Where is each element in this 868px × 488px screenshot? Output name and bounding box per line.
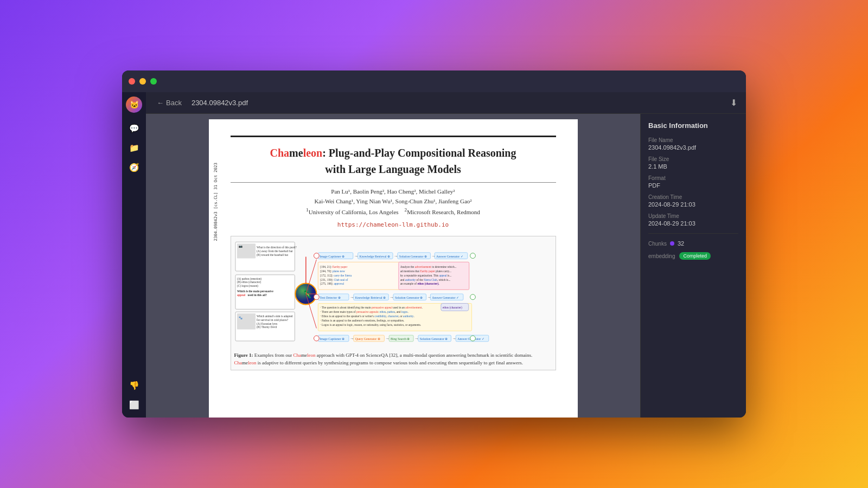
- folder-icon[interactable]: 📁: [126, 140, 142, 156]
- feedback-icon[interactable]: 👎: [126, 377, 142, 394]
- download-icon[interactable]: ⬇: [728, 95, 739, 110]
- svg-text:used in this ad?: used in this ad?: [247, 293, 267, 297]
- avatar[interactable]: 🐱: [126, 97, 142, 113]
- paper-subtitle: with Large Language Models: [231, 163, 556, 176]
- chat-icon[interactable]: 💬: [126, 120, 142, 137]
- sidebar: 🐱 💬 📁 🧭 👎 ⬜: [122, 92, 146, 418]
- top-bar: ← Back 2304.09842v3.pdf ⬇: [146, 92, 746, 114]
- svg-point-85: [314, 336, 319, 342]
- format-value: PDF: [648, 182, 738, 189]
- top-bar-right: ⬇: [728, 95, 739, 110]
- svg-text:Which animal's skin is adapted: Which animal's skin is adapted: [257, 314, 293, 318]
- maximize-dot[interactable]: [150, 78, 157, 85]
- svg-text:Which is the main persuasive: Which is the main persuasive: [237, 290, 273, 293]
- svg-text:· Ethos is an appeal to the sp: · Ethos is an appeal to the speaker's or…: [320, 314, 414, 318]
- update-value: 2024-08-29 21:03: [648, 220, 738, 227]
- svg-text:ethos (character): ethos (character): [442, 306, 462, 310]
- chunks-dot-icon: [670, 241, 674, 246]
- svg-text:🐾: 🐾: [238, 316, 242, 320]
- svg-text:📷: 📷: [238, 245, 242, 248]
- app-window: 🐱 💬 📁 🧭 👎 ⬜ ← Back 2304.09842v3.pdf ⬇: [122, 70, 746, 418]
- paper-title: Chameleon: Plug-and-Play Compositional R…: [231, 146, 556, 160]
- svg-text:Solution Generator ⊕: Solution Generator ⊕: [419, 337, 447, 341]
- svg-text:Knowledge Retrieval ⊕: Knowledge Retrieval ⊕: [359, 255, 390, 258]
- filename-label-info: File Name: [648, 137, 738, 143]
- svg-text:[172, 112]: carry the Sierra: [172, 112]: carry the Sierra: [320, 274, 352, 277]
- svg-text:· The question is about identi: · The question is about identifying the …: [320, 306, 423, 310]
- filename-value: 2304.09842v3.pdf: [648, 144, 738, 151]
- svg-text:and authority of the Sierra Cl: and authority of the Sierra Club, which …: [400, 278, 450, 281]
- svg-text:Solution Generator ⊕: Solution Generator ⊕: [394, 296, 422, 299]
- svg-text:(B) Thorny Devil: (B) Thorny Devil: [257, 326, 277, 330]
- svg-text:Answer Generator ✓: Answer Generator ✓: [432, 296, 459, 299]
- svg-text:Text Detector ⊕: Text Detector ⊕: [320, 296, 340, 299]
- info-divider: [648, 233, 738, 234]
- back-button[interactable]: ← Back: [152, 97, 186, 109]
- paper-link[interactable]: https://chameleon-llm.github.io: [231, 221, 556, 228]
- svg-text:Analyze the advertisement to d: Analyze the advertisement to determine w…: [400, 266, 456, 269]
- svg-point-83: [314, 253, 319, 259]
- minimize-dot[interactable]: [139, 78, 146, 85]
- title-chameleon: Chameleon: [270, 147, 323, 159]
- svg-text:(B) toward the baseball bat: (B) toward the baseball bat: [257, 253, 289, 257]
- svg-point-87: [470, 294, 475, 300]
- chunks-label: Chunks: [648, 241, 667, 247]
- svg-text:[244, 70]: plates now: [244, 70]: plates now: [320, 269, 345, 273]
- svg-text:[275, 198]: approval: [275, 198]: approval: [320, 282, 344, 286]
- svg-text:Query Generator ⊕: Query Generator ⊕: [355, 337, 380, 341]
- title-bar: [122, 70, 746, 92]
- authors: Pan Lu¹, Baolin Peng², Hao Cheng², Miche…: [231, 187, 556, 217]
- info-row-filesize: File Size 2.1 MB: [648, 156, 738, 170]
- svg-text:(C) logos (reason): (C) logos (reason): [237, 285, 258, 288]
- info-row-creation: Creation Time 2024-08-29 21:03: [648, 194, 738, 208]
- svg-point-84: [314, 294, 319, 300]
- svg-text:· Logos is an appeal to logic,: · Logos is an appeal to logic, reason, o…: [320, 323, 421, 326]
- svg-text:Knowledge Retrieval ⊕: Knowledge Retrieval ⊕: [355, 296, 385, 299]
- update-label: Update Time: [648, 213, 738, 219]
- svg-text:for survival in cold places?: for survival in cold places?: [257, 318, 289, 322]
- svg-text:Answer Generator ✓: Answer Generator ✓: [436, 255, 463, 258]
- filesize-label: File Size: [648, 156, 738, 162]
- svg-text:Bing Search ⊕: Bing Search ⊕: [391, 337, 410, 341]
- arxiv-label: 2304.09842v3 [cs.CL] 31 Oct 2023: [213, 163, 218, 241]
- app-body: 🐱 💬 📁 🧭 👎 ⬜ ← Back 2304.09842v3.pdf ⬇: [122, 92, 746, 418]
- avatar-emoji: 🐱: [130, 100, 139, 109]
- divider-1: [231, 182, 556, 183]
- close-dot[interactable]: [129, 78, 135, 85]
- svg-point-86: [470, 253, 475, 259]
- svg-text:ad mentions that Earthy paper : ad mentions that Earthy paper plates car…: [400, 269, 451, 273]
- info-row-format: Format PDF: [648, 175, 738, 189]
- back-arrow-icon: ←: [157, 99, 164, 107]
- svg-text:Solution Generator ⊕: Solution Generator ⊕: [399, 255, 426, 258]
- chunks-row: Chunks 32: [648, 240, 738, 247]
- svg-point-88: [470, 336, 475, 342]
- filesize-value: 2.1 MB: [648, 163, 738, 170]
- svg-text:What is the direction of this : What is the direction of this push?: [257, 246, 297, 249]
- svg-text:· Pathos is an appeal to the a: · Pathos is an appeal to the audience's …: [320, 319, 404, 322]
- chunks-value: 32: [678, 240, 684, 247]
- svg-text:Image Captioner ⊕: Image Captioner ⊕: [320, 337, 344, 341]
- pdf-area[interactable]: 2304.09842v3 [cs.CL] 31 Oct 2023 Chamele…: [146, 114, 640, 418]
- back-label: Back: [166, 99, 182, 107]
- info-row-filename: File Name 2304.09842v3.pdf: [648, 137, 738, 151]
- creation-label: Creation Time: [648, 194, 738, 200]
- svg-text:by a reputable organization. T: by a reputable organization. This appeal…: [400, 274, 451, 277]
- svg-text:[231, 159]: Club seal of: [231, 159]: Club seal of: [320, 278, 348, 281]
- expand-icon[interactable]: ⬜: [126, 397, 142, 413]
- info-panel-title: Basic Information: [648, 121, 738, 130]
- svg-text:[194, 21]: Earthy paper: [194, 21]: Earthy paper: [320, 266, 347, 269]
- top-rule: [231, 136, 556, 137]
- info-panel: Basic Information File Name 2304.09842v3…: [640, 114, 746, 418]
- svg-text:· There are three main types o: · There are three main types of persuasi…: [320, 311, 409, 314]
- svg-text:Image Captioner ⊕: Image Captioner ⊕: [320, 255, 344, 258]
- embedding-status-badge: Completed: [679, 252, 711, 260]
- embedding-label: embedding: [648, 253, 675, 259]
- svg-text:an example of ethos (character: an example of ethos (character).: [400, 282, 439, 286]
- compass-icon[interactable]: 🧭: [126, 159, 142, 176]
- creation-value: 2024-08-29 21:03: [648, 201, 738, 208]
- format-label: Format: [648, 175, 738, 181]
- filename-label: 2304.09842v3.pdf: [192, 99, 248, 107]
- figure-caption: Figure 1: Examples from our Chameleon ap…: [234, 352, 552, 367]
- pdf-page: 2304.09842v3 [cs.CL] 31 Oct 2023 Chamele…: [209, 119, 578, 418]
- figure-diagram: 📷 What is the direction of this push? (A…: [234, 240, 552, 345]
